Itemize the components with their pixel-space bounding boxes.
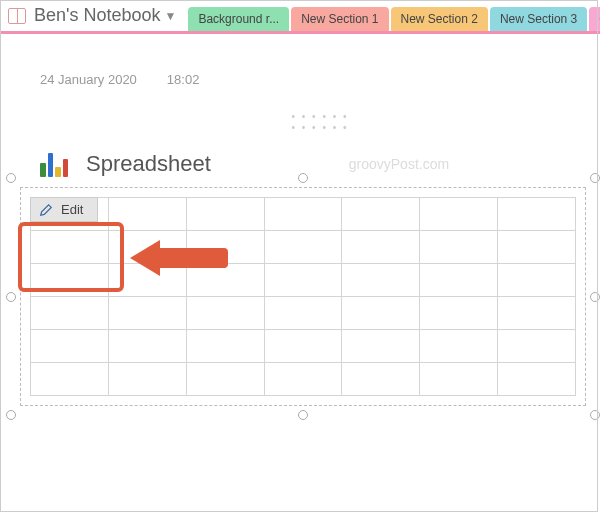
resize-handle[interactable] — [298, 173, 308, 183]
selection-frame — [20, 187, 586, 406]
page-date: 24 January 2020 — [40, 72, 137, 87]
resize-handle[interactable] — [298, 410, 308, 420]
object-frame[interactable]: Edit — [30, 197, 576, 396]
chevron-down-icon[interactable]: ▼ — [165, 9, 177, 23]
resize-handle[interactable] — [590, 292, 600, 302]
drag-handle-icon[interactable]: • • • • • •• • • • • • — [292, 111, 349, 133]
edit-label: Edit — [61, 202, 83, 217]
notebook-icon — [8, 8, 26, 24]
resize-handle[interactable] — [6, 292, 16, 302]
notebook-title[interactable]: Ben's Notebook — [34, 5, 161, 26]
tab-background[interactable]: Background r... — [188, 7, 289, 31]
tab-new-section-3[interactable]: New Section 3 — [490, 7, 587, 31]
resize-handle[interactable] — [590, 410, 600, 420]
watermark-text: groovyPost.com — [349, 156, 449, 172]
resize-handle[interactable] — [590, 173, 600, 183]
resize-handle[interactable] — [6, 410, 16, 420]
page-content: 24 January 2020 18:02 • • • • • •• • • •… — [0, 34, 600, 396]
resize-handle[interactable] — [6, 173, 16, 183]
edit-button[interactable]: Edit — [30, 197, 98, 222]
page-meta: 24 January 2020 18:02 — [40, 72, 600, 87]
tab-gb[interactable]: GB — [589, 7, 600, 31]
tab-new-section-2[interactable]: New Section 2 — [391, 7, 488, 31]
embedded-object-area: • • • • • •• • • • • • Spreadsheet groov… — [40, 151, 600, 396]
bar-chart-icon — [40, 151, 68, 177]
pencil-icon — [39, 203, 53, 217]
page-time: 18:02 — [167, 72, 200, 87]
section-tabs: Background r... New Section 1 New Sectio… — [188, 1, 600, 31]
top-bar: Ben's Notebook ▼ Background r... New Sec… — [0, 0, 600, 34]
tab-new-section-1[interactable]: New Section 1 — [291, 7, 388, 31]
object-title[interactable]: Spreadsheet — [86, 151, 211, 177]
